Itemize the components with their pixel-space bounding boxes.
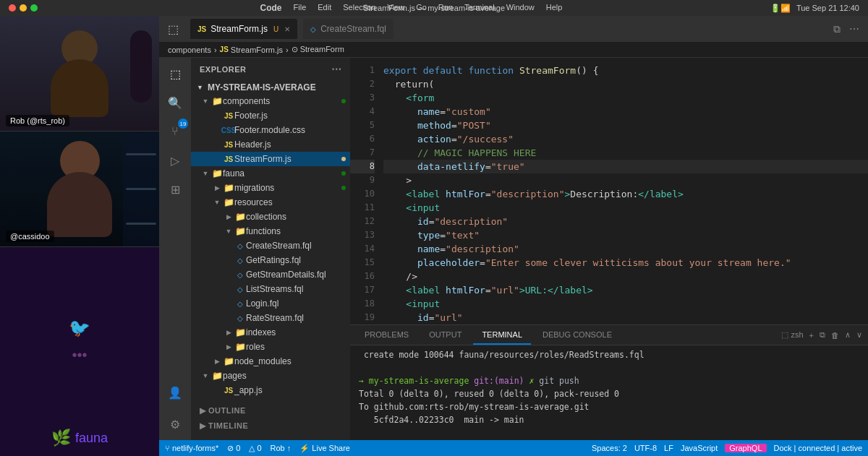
tree-item-collections[interactable]: ▶ 📁 collections: [191, 210, 350, 224]
menu-code[interactable]: Code: [260, 3, 282, 13]
tab-terminal[interactable]: TERMINAL: [473, 325, 531, 345]
tree-item-fauna[interactable]: ▼ 📁 fauna: [191, 166, 350, 181]
tree-item-roles[interactable]: ▶ 📁 roles: [191, 340, 350, 354]
menu-edit[interactable]: Edit: [318, 3, 331, 13]
status-graphql[interactable]: GraphQL: [725, 444, 766, 452]
accounts-icon[interactable]: 👤: [165, 382, 185, 403]
folder-components-icon: 📁: [211, 95, 223, 107]
tab-createstream[interactable]: ◇ CreateStream.fql: [303, 19, 393, 39]
fql-icon-login: ◇: [234, 298, 246, 309]
menu-help[interactable]: Help: [546, 3, 563, 13]
status-dock[interactable]: Dock | connected | active: [774, 444, 863, 452]
tree-item-streamform-js[interactable]: JS StreamForm.js: [191, 152, 350, 166]
status-bar: ⑂ netlify-forms* ⊘ 0 △ 0 Rob ↑ ⚡ Live Sh…: [159, 440, 868, 456]
menu-window[interactable]: Window: [506, 3, 535, 13]
root-arrow: ▼: [197, 84, 203, 91]
extensions-icon[interactable]: ⊞: [165, 179, 185, 199]
tree-item-node-modules[interactable]: ▶ 📁 node_modules: [191, 354, 350, 369]
outline-section[interactable]: ▶ OUTLINE: [191, 403, 350, 418]
arrow-migrations: ▶: [211, 182, 223, 194]
breadcrumb-file[interactable]: StreamForm.js: [231, 46, 283, 54]
minimize-button[interactable]: [20, 4, 27, 12]
status-spaces[interactable]: Spaces: 2: [592, 444, 627, 452]
split-editor-icon[interactable]: ⧉: [833, 23, 841, 35]
streamform-js-label: StreamForm.js: [234, 154, 341, 164]
tree-item-login[interactable]: ◇ Login.fql: [191, 296, 350, 311]
terminal-trash-icon[interactable]: 🗑: [831, 331, 839, 340]
tab-close-streamform[interactable]: ✕: [284, 25, 290, 33]
settings-icon[interactable]: ⚙: [165, 414, 185, 434]
tree-item-migrations[interactable]: ▶ 📁 migrations: [191, 181, 350, 195]
editor-layout: ⬚ 🔍 ⑂ 19 ▷ ⊞ 👤 ⚙ EXPLORER ⋯: [159, 58, 868, 440]
search-icon[interactable]: 🔍: [165, 93, 185, 113]
css-icon-footer: CSS: [223, 124, 234, 136]
fauna-brand-icon: 🌿: [51, 429, 71, 447]
js-icon-footer: JS: [223, 110, 234, 121]
breadcrumb: components › JS StreamForm.js › ⊙ Stream…: [159, 42, 868, 58]
explorer-icon[interactable]: ⬚: [165, 64, 185, 84]
term-line-7: [359, 426, 859, 439]
source-control-icon[interactable]: ⑂ 19: [165, 121, 185, 142]
files-icon[interactable]: ⬚: [168, 22, 179, 36]
tree-item-liststreams[interactable]: ◇ ListStreams.fql: [191, 282, 350, 296]
status-user[interactable]: Rob ↑: [271, 444, 292, 452]
status-encoding[interactable]: UTF-8: [634, 444, 657, 452]
status-branch[interactable]: ⑂ netlify-forms*: [165, 444, 218, 452]
tree-item-header-js[interactable]: JS Header.js: [191, 137, 350, 152]
tab-debug-console[interactable]: DEBUG CONSOLE: [534, 325, 621, 345]
folder-pages-icon: 📁: [211, 370, 223, 382]
sidebar-sections: ▶ OUTLINE ▶ TIMELINE: [191, 403, 350, 434]
tab-streamform[interactable]: JS StreamForm.js U ✕: [190, 19, 297, 39]
status-live-share[interactable]: ⚡ Live Share: [299, 444, 350, 453]
left-panel: Rob (@rts_rob) @cassidoo: [0, 16, 159, 456]
status-eol[interactable]: LF: [664, 444, 673, 452]
encoding-text: UTF-8: [634, 444, 657, 452]
tree-item-ratestream[interactable]: ◇ RateStream.fql: [191, 311, 350, 325]
terminal-split-icon[interactable]: ⧉: [820, 330, 825, 340]
status-errors[interactable]: ⊘ 0: [227, 444, 240, 453]
tree-item-getstreamdetails[interactable]: ◇ GetStreamDetails.fql: [191, 267, 350, 282]
breadcrumb-components[interactable]: components: [168, 46, 211, 54]
tab-problems[interactable]: PROBLEMS: [356, 325, 417, 345]
tree-item-app-js[interactable]: JS _app.js: [191, 383, 350, 397]
window-title: StreamForm.js — my-stream-is-average: [363, 4, 505, 12]
status-warnings[interactable]: △ 0: [249, 444, 261, 453]
tree-item-resources[interactable]: ▼ 📁 resources: [191, 195, 350, 210]
sidebar-explorer: EXPLORER ⋯ ▼ MY-STREAM-IS-AVERAGE ▼ 📁 co…: [191, 58, 350, 440]
root-folder[interactable]: ▼ MY-STREAM-IS-AVERAGE: [191, 81, 350, 94]
left-bottom: 🐦 ••• 🌿 fauna: [0, 247, 159, 456]
more-actions-icon[interactable]: ⋯: [849, 23, 859, 35]
folder-roles-label: roles: [246, 342, 350, 352]
tree-item-components[interactable]: ▼ 📁 components: [191, 94, 350, 108]
code-editor[interactable]: 1 2 3 4 5 6 7 8 9 10 11 12 13 14: [350, 58, 868, 324]
tree-item-footer-js[interactable]: JS Footer.js: [191, 108, 350, 123]
maximize-button[interactable]: [30, 4, 38, 12]
close-button[interactable]: [9, 4, 16, 12]
terminal-add-icon[interactable]: +: [809, 331, 814, 340]
terminal-body[interactable]: create mode 100644 fauna/resources/roles…: [350, 345, 868, 440]
arrow-roles: ▶: [223, 341, 234, 353]
terminal-chevron-down[interactable]: ∨: [856, 330, 862, 340]
tab-streamform-label: StreamForm.js: [210, 24, 268, 34]
arrow-fauna: ▼: [200, 168, 211, 179]
tree-item-indexes[interactable]: ▶ 📁 indexes: [191, 325, 350, 340]
tab-output[interactable]: OUTPUT: [420, 325, 470, 345]
terminal-tabs: PROBLEMS OUTPUT TERMINAL DEBUG CONSOLE ⬚…: [350, 325, 868, 345]
terminal-chevron-up[interactable]: ∧: [845, 330, 851, 340]
timeline-section[interactable]: ▶ TIMELINE: [191, 418, 350, 434]
run-debug-icon[interactable]: ▷: [165, 150, 185, 171]
menu-file[interactable]: File: [294, 3, 307, 13]
modified-indicator: U: [273, 25, 278, 33]
explorer-actions[interactable]: ⋯: [331, 64, 342, 75]
tree-item-functions[interactable]: ▼ 📁 functions: [191, 224, 350, 238]
js-icon-streamform: JS: [223, 153, 234, 165]
tree-item-createstream[interactable]: ◇ CreateStream.fql: [191, 238, 350, 253]
breadcrumb-symbol[interactable]: ⊙ StreamForm: [292, 45, 344, 54]
dots-icon: •••: [72, 347, 87, 363]
explorer-title: EXPLORER: [200, 65, 247, 74]
tree-item-getratings[interactable]: ◇ GetRatings.fql: [191, 253, 350, 267]
status-language[interactable]: JavaScript: [681, 444, 718, 452]
tree-item-pages[interactable]: ▼ 📁 pages: [191, 369, 350, 383]
tree-item-footer-css[interactable]: CSS Footer.module.css: [191, 123, 350, 137]
traffic-lights: [9, 4, 38, 12]
